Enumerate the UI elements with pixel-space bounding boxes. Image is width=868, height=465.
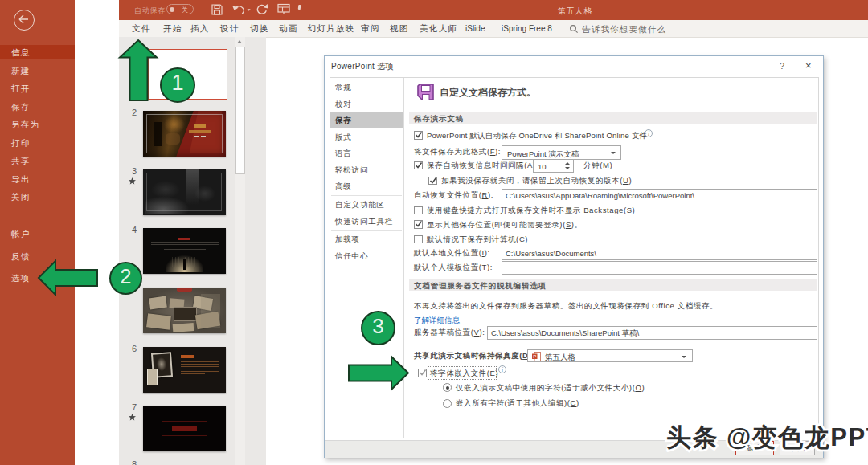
svg-text:P: P	[533, 354, 536, 359]
